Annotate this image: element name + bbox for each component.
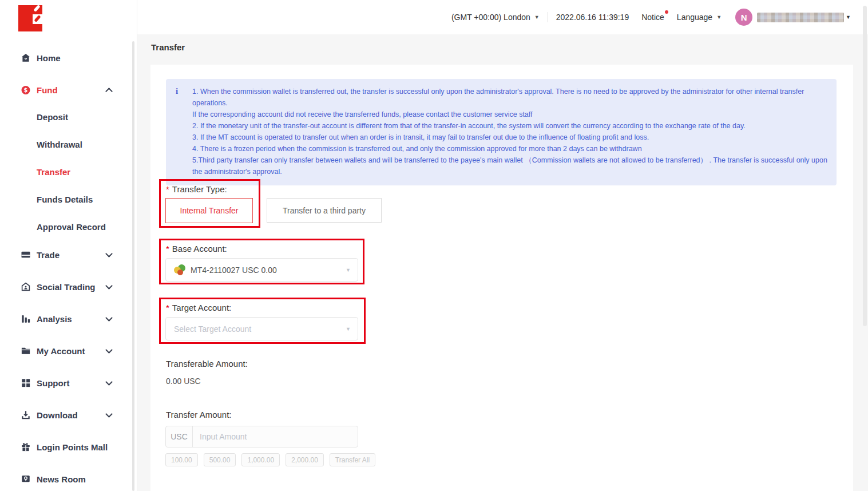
currency-prefix: USC xyxy=(166,426,193,447)
quick-amount-row: 100.00 500.00 1,000.00 2,000.00 Transfer… xyxy=(165,453,375,466)
sidebar-item-label: Analysis xyxy=(37,314,72,324)
chevron-down-icon xyxy=(105,346,113,354)
quick-amount-button[interactable]: 1,000.00 xyxy=(241,453,280,466)
target-account-select[interactable]: Select Target Account ▼ xyxy=(165,317,358,340)
sidebar-item-label: Funds Details xyxy=(37,195,93,204)
transfer-amount-label: Transfer Amount: xyxy=(166,410,232,419)
info-icon: i xyxy=(176,86,178,96)
third-party-transfer-button[interactable]: Transfer to a third party xyxy=(267,198,382,223)
page-title: Transfer xyxy=(151,42,185,52)
notice-line: 5.Third party transfer can only transfer… xyxy=(192,155,827,177)
notice-line: If the corresponding account did not rec… xyxy=(192,109,827,120)
sidebar-item-label: Approval Record xyxy=(37,222,106,232)
username-redacted[interactable] xyxy=(757,13,844,22)
annotation-box-transfer-type: *Transfer Type: Internal Transfer xyxy=(159,179,260,228)
sidebar-item-label: Social Trading xyxy=(37,282,96,292)
sidebar: Home $ Fund Deposit Withdrawal Transfer … xyxy=(0,0,137,491)
notice-line: 4. There is a frozen period when the com… xyxy=(192,143,827,155)
sidebar-item-home[interactable]: Home xyxy=(0,51,132,65)
chevron-down-icon: ▼ xyxy=(346,326,351,332)
datetime-text: 2022.06.16 11:39:19 xyxy=(556,13,629,22)
sidebar-item-withdrawal[interactable]: Withdrawal xyxy=(0,137,132,151)
brand-logo[interactable] xyxy=(18,5,42,31)
sidebar-item-approval-record[interactable]: Approval Record xyxy=(0,220,132,233)
home-icon xyxy=(21,53,31,63)
chevron-down-icon xyxy=(105,378,113,386)
required-asterisk: * xyxy=(166,303,169,312)
sidebar-item-label: Deposit xyxy=(37,112,68,122)
sidebar-item-social-trading[interactable]: Social Trading xyxy=(0,280,132,294)
divider xyxy=(548,12,548,22)
sidebar-item-label: Login Points Mall xyxy=(37,442,108,452)
sidebar-item-analysis[interactable]: Analysis xyxy=(0,312,132,326)
sidebar-item-funds-details[interactable]: Funds Details xyxy=(0,192,132,206)
transfer-panel: i 1. When the commission wallet is trans… xyxy=(150,65,853,491)
sidebar-item-label: Support xyxy=(37,378,70,388)
gift-icon xyxy=(21,442,31,452)
sidebar-item-label: My Account xyxy=(37,346,85,356)
sidebar-item-label: Withdrawal xyxy=(37,140,82,149)
sidebar-item-transfer[interactable]: Transfer xyxy=(0,165,132,179)
annotation-box-target-account: *Target Account: Select Target Account ▼ xyxy=(159,298,366,344)
sidebar-item-trade[interactable]: Trade xyxy=(0,248,132,262)
timezone-selector[interactable]: (GMT +00:00) London ▼ xyxy=(451,13,540,22)
transfer-all-button[interactable]: Transfer All xyxy=(330,453,375,466)
language-selector[interactable]: Language ▼ xyxy=(677,13,722,22)
sidebar-item-fund[interactable]: $ Fund xyxy=(0,83,132,97)
base-account-select[interactable]: MT4-2110027 USC 0.00 ▼ xyxy=(165,258,358,282)
notice-label: Notice xyxy=(641,13,664,22)
mt4-platform-icon xyxy=(174,264,185,276)
notice-button[interactable]: Notice xyxy=(641,13,664,22)
annotation-box-base-account: *Base Account: MT4-2110027 USC 0.00 ▼ xyxy=(159,239,364,284)
chevron-down-icon xyxy=(105,314,113,322)
chevron-down-icon: ▼ xyxy=(716,14,722,20)
avatar-letter: N xyxy=(741,13,747,22)
sidebar-item-label: Fund xyxy=(37,85,58,95)
chevron-down-icon: ▼ xyxy=(846,14,851,20)
avatar[interactable]: N xyxy=(735,9,752,26)
svg-text:$: $ xyxy=(24,86,28,93)
fund-icon: $ xyxy=(21,85,31,95)
language-label: Language xyxy=(677,13,712,22)
base-account-label: *Base Account: xyxy=(166,244,227,254)
required-asterisk: * xyxy=(166,184,169,194)
notice-line: 2. If the monetary unit of the transfer-… xyxy=(192,120,827,132)
target-account-label: *Target Account: xyxy=(166,303,231,312)
quick-amount-button[interactable]: 100.00 xyxy=(165,453,198,466)
notice-info-box: i 1. When the commission wallet is trans… xyxy=(166,79,837,185)
sidebar-scrollbar[interactable] xyxy=(132,41,134,491)
quick-amount-button[interactable]: 500.00 xyxy=(204,453,236,466)
sidebar-item-news-room[interactable]: News Room xyxy=(0,472,132,486)
chevron-down-icon xyxy=(105,250,113,258)
transfer-amount-group: USC xyxy=(165,426,358,448)
timezone-label: (GMT +00:00) London xyxy=(451,13,530,22)
main-content: Transfer i 1. When the commission wallet… xyxy=(137,34,868,491)
download-icon xyxy=(21,410,31,420)
base-account-value: MT4-2110027 USC 0.00 xyxy=(191,266,277,275)
sidebar-item-login-points-mall[interactable]: Login Points Mall xyxy=(0,440,132,454)
support-icon xyxy=(21,378,31,388)
sidebar-item-download[interactable]: Download xyxy=(0,408,132,422)
trade-icon xyxy=(21,250,31,260)
notice-line: 3. If the MT account is operated to tran… xyxy=(192,132,827,143)
chevron-down-icon xyxy=(105,282,113,290)
transferable-amount-label: Transferable Amount: xyxy=(166,359,248,369)
social-trading-icon xyxy=(21,282,31,292)
my-account-icon xyxy=(21,346,31,356)
internal-transfer-button[interactable]: Internal Transfer xyxy=(165,198,253,223)
page-scrollbar[interactable] xyxy=(863,6,867,326)
transferable-amount-value: 0.00 USC xyxy=(166,377,201,386)
notice-line: 1. When the commission wallet is transfe… xyxy=(192,86,827,109)
quick-amount-button[interactable]: 2,000.00 xyxy=(286,453,324,466)
sidebar-item-my-account[interactable]: My Account xyxy=(0,344,132,358)
chevron-down-icon: ▼ xyxy=(346,267,351,273)
required-asterisk: * xyxy=(166,244,169,254)
sidebar-item-label: Trade xyxy=(37,250,60,260)
amount-input[interactable] xyxy=(193,426,358,447)
sidebar-item-deposit[interactable]: Deposit xyxy=(0,110,132,124)
sidebar-item-support[interactable]: Support xyxy=(0,376,132,390)
sidebar-item-label: Home xyxy=(37,53,61,63)
news-icon xyxy=(21,474,31,484)
analysis-icon xyxy=(21,314,31,324)
chevron-down-icon: ▼ xyxy=(534,14,540,20)
